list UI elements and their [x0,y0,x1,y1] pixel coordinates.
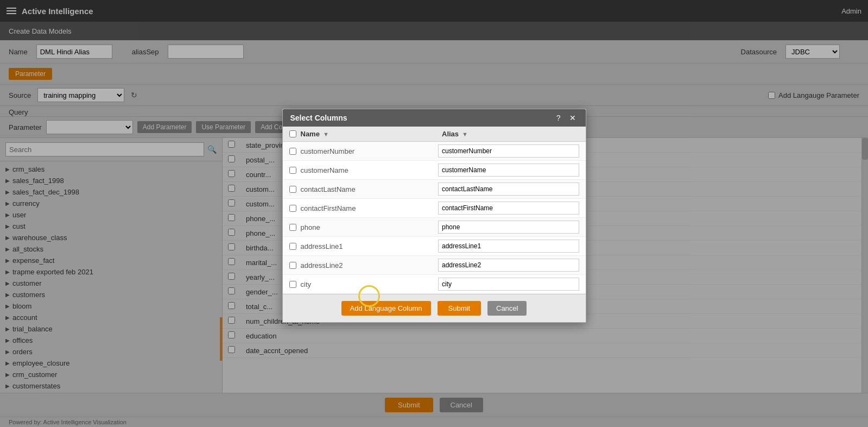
modal-cancel-button[interactable]: Cancel [487,301,527,316]
alias-filter-icon[interactable]: ▼ [462,131,468,137]
modal-col-alias-header: Alias ▼ [442,130,579,138]
modal-table-header: Name ▼ Alias ▼ [283,127,586,142]
modal-row-checkbox[interactable] [289,186,296,193]
modal-column-row: customerNumber [283,142,586,161]
name-filter-icon[interactable]: ▼ [323,131,329,137]
modal-col-name-cell: contactFirstName [301,204,434,212]
select-columns-modal: Select Columns ? ✕ Name ▼ Alias ▼ custom… [282,109,586,323]
modal-header-icons: ? ✕ [554,114,578,122]
modal-column-row: phone [283,218,586,237]
modal-row-checkbox[interactable] [289,262,296,269]
modal-submit-button[interactable]: Submit [438,301,481,316]
modal-alias-input[interactable] [438,240,579,253]
modal-col-name-cell: customerName [301,166,434,174]
modal-footer: Add Language Column Submit Cancel [283,294,586,322]
modal-row-checkbox[interactable] [289,224,296,231]
modal-col-name-cell: contactLastName [301,185,434,193]
modal-column-row: contactFirstName [283,199,586,218]
modal-column-row: city [283,275,586,294]
modal-row-checkbox[interactable] [289,281,296,288]
modal-header: Select Columns ? ✕ [283,109,586,127]
modal-column-row: customerName [283,161,586,180]
modal-row-checkbox[interactable] [289,243,296,250]
modal-col-name-cell: customerNumber [301,147,434,155]
modal-alias-input[interactable] [438,221,579,234]
modal-close-button[interactable]: ✕ [567,114,578,122]
modal-row-checkbox[interactable] [289,148,296,155]
modal-row-checkbox[interactable] [289,205,296,212]
modal-col-name-cell: city [301,280,434,288]
modal-column-row: contactLastName [283,180,586,199]
modal-col-name-header: Name ▼ [301,130,438,138]
modal-body: customerNumber customerName contactLastN… [283,142,586,294]
modal-alias-input[interactable] [438,259,579,272]
modal-title: Select Columns [290,114,347,122]
modal-col-name-cell: addressLine2 [301,261,434,269]
add-language-column-button[interactable]: Add Language Column [341,301,431,316]
modal-select-all-checkbox[interactable] [289,130,296,137]
modal-col-name-cell: addressLine1 [301,242,434,250]
modal-alias-input[interactable] [438,202,579,215]
modal-col-name-cell: phone [301,223,434,231]
modal-alias-input[interactable] [438,164,579,177]
modal-alias-input[interactable] [438,183,579,196]
modal-help-button[interactable]: ? [554,114,563,122]
modal-column-row: addressLine1 [283,237,586,256]
modal-alias-input[interactable] [438,145,579,158]
modal-column-row: addressLine2 [283,256,586,275]
modal-alias-input[interactable] [438,278,579,291]
modal-row-checkbox[interactable] [289,167,296,174]
modal-overlay: Select Columns ? ✕ Name ▼ Alias ▼ custom… [0,0,868,427]
